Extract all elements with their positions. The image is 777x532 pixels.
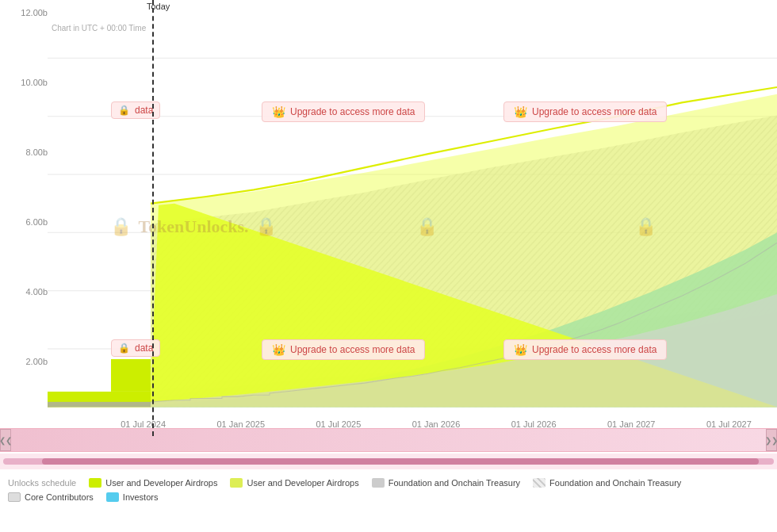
legend-user-airdrops-1: User and Developer Airdrops [89,478,217,488]
legend-investors: Investors [106,492,159,502]
scrollbar-track[interactable] [11,429,766,451]
banner-text-5: Upgrade to access more data [290,344,415,355]
legend-core-contributors: Core Contributors [8,492,94,502]
y-label-12b: 12.00b [4,8,48,17]
scrollbar-left-handle[interactable]: ❮❮ [0,429,11,451]
legend-swatch-blue [106,492,119,502]
upgrade-banner-top-center[interactable]: 👑 Upgrade to access more data [262,101,425,122]
chart-container: 0 2.00b 4.00b 6.00b 8.00b 10.00b 12.00b … [0,0,777,460]
legend-user-airdrops-2: User and Developer Airdrops [230,478,358,488]
upgrade-banner-bottom-right[interactable]: 👑 Upgrade to access more data [503,339,667,360]
chart-area: Chart in UTC + 00:00 Time Today [48,0,777,436]
y-label-10b: 10.00b [4,78,48,87]
legend-label-foundation-1: Foundation and Onchain Treasury [388,478,520,488]
svg-rect-18 [48,402,151,407]
legend-row-2: Core Contributors Investors [8,492,769,502]
scrollbar-area[interactable]: ❮❮ ❯❯ [0,428,777,452]
legend-foundation-1: Foundation and Onchain Treasury [372,478,520,488]
lock-icon-1: 🔒 [118,105,130,116]
legend-label-investors: Investors [123,492,159,502]
crown-icon-2: 👑 [514,105,527,118]
legend-label-foundation-2: Foundation and Onchain Treasury [549,478,681,488]
legend-swatch-lightgray [8,492,21,502]
lock-icon-2: 🔒 [118,343,130,354]
banner-text-2: Upgrade to access more data [290,106,415,117]
chart-svg [48,0,777,436]
legend-label-user-airdrops-1: User and Developer Airdrops [105,478,217,488]
y-label-6b: 6.00b [4,217,48,227]
today-line [152,0,154,436]
svg-rect-17 [111,359,151,392]
legend-label-user-airdrops-2: User and Developer Airdrops [247,478,358,488]
legend-row-1: Unlocks schedule User and Developer Aird… [8,478,769,488]
banner-text-3: Upgrade to access more data [532,106,656,117]
y-label-2b: 2.00b [4,357,48,366]
upgrade-banner-top-right[interactable]: 👑 Upgrade to access more data [503,101,667,122]
banner-text-6: Upgrade to access more data [532,344,656,355]
y-label-4b: 4.00b [4,287,48,297]
crown-icon-1: 👑 [272,105,285,118]
legend-swatch-gray [372,478,385,488]
legend: Unlocks schedule User and Developer Aird… [0,472,777,532]
range-bar[interactable] [3,458,774,465]
legend-label-core-contributors: Core Contributors [25,492,94,502]
legend-swatch-lime [89,478,101,488]
range-selected [42,458,759,465]
y-label-8b: 8.00b [4,147,48,157]
legend-label-unlocks: Unlocks schedule [8,478,76,488]
legend-swatch-hatched [533,478,545,488]
banner-text-1: data [135,105,153,116]
legend-swatch-yellow [230,478,243,488]
crown-icon-3: 👑 [272,343,285,356]
legend-unlocks-schedule: Unlocks schedule [8,478,76,488]
legend-foundation-2: Foundation and Onchain Treasury [533,478,681,488]
scrollbar-right-handle[interactable]: ❯❯ [766,429,777,451]
range-area[interactable] [0,454,777,469]
y-axis: 0 2.00b 4.00b 6.00b 8.00b 10.00b 12.00b [0,0,48,460]
scrollbar-fill [11,429,766,451]
banner-text-4: data [135,343,153,354]
crown-icon-4: 👑 [514,343,527,356]
upgrade-banner-bottom-center[interactable]: 👑 Upgrade to access more data [262,339,425,360]
